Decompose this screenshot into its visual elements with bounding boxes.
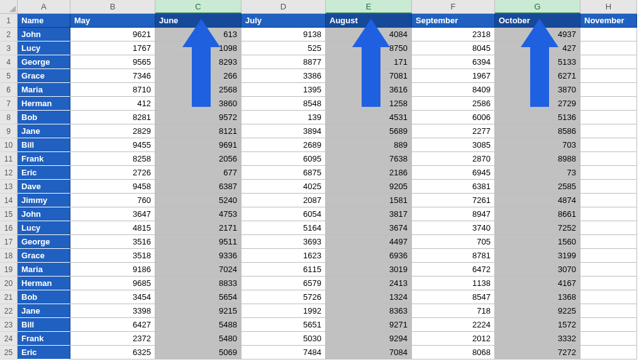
row-header-19[interactable]: 19 xyxy=(0,263,18,277)
data-cell[interactable]: 2277 xyxy=(412,124,495,138)
empty-cell[interactable] xyxy=(580,28,637,41)
data-cell[interactable]: 3454 xyxy=(70,290,155,304)
data-cell[interactable]: 6579 xyxy=(242,277,326,290)
data-cell[interactable]: 703 xyxy=(495,138,580,152)
data-cell[interactable]: 677 xyxy=(155,166,242,180)
data-cell[interactable]: 3070 xyxy=(495,263,580,277)
data-cell[interactable]: 4874 xyxy=(495,194,580,207)
data-cell[interactable]: 3386 xyxy=(242,69,326,83)
data-cell[interactable]: 9294 xyxy=(326,332,412,346)
col-header-F[interactable]: F xyxy=(412,0,495,14)
data-cell[interactable]: 3332 xyxy=(495,332,580,346)
data-cell[interactable]: 6945 xyxy=(412,166,495,180)
row-header-8[interactable]: 8 xyxy=(0,111,18,124)
row-header-7[interactable]: 7 xyxy=(0,97,18,111)
row-header-21[interactable]: 21 xyxy=(0,290,18,304)
empty-cell[interactable] xyxy=(580,69,637,83)
data-cell[interactable]: 4753 xyxy=(155,207,242,221)
data-cell[interactable]: 4025 xyxy=(242,180,326,194)
empty-cell[interactable] xyxy=(580,304,637,318)
data-cell[interactable]: 3199 xyxy=(495,249,580,263)
data-cell[interactable]: 2689 xyxy=(242,138,326,152)
data-cell[interactable]: 3894 xyxy=(242,124,326,138)
data-cell[interactable]: 8548 xyxy=(242,97,326,111)
row-header-10[interactable]: 10 xyxy=(0,138,18,152)
data-cell[interactable]: 8258 xyxy=(70,152,155,166)
data-cell[interactable]: 2012 xyxy=(412,332,495,346)
empty-cell[interactable] xyxy=(580,221,637,235)
col-header-G[interactable]: G xyxy=(495,0,580,14)
data-cell[interactable]: 4937 xyxy=(495,28,580,41)
empty-cell[interactable] xyxy=(580,249,637,263)
data-cell[interactable]: 5240 xyxy=(155,194,242,207)
data-cell[interactable]: 2171 xyxy=(155,221,242,235)
empty-cell[interactable] xyxy=(580,277,637,290)
data-cell[interactable]: 3518 xyxy=(70,249,155,263)
data-cell[interactable]: 525 xyxy=(242,41,326,55)
data-cell[interactable]: 1992 xyxy=(242,304,326,318)
data-cell[interactable]: 9215 xyxy=(155,304,242,318)
data-cell[interactable]: 613 xyxy=(155,28,242,41)
data-cell[interactable]: 8363 xyxy=(326,304,412,318)
empty-cell[interactable] xyxy=(580,152,637,166)
row-header-20[interactable]: 20 xyxy=(0,277,18,290)
col-header-B[interactable]: B xyxy=(70,0,155,14)
data-cell[interactable]: 9138 xyxy=(242,28,326,41)
empty-cell[interactable] xyxy=(580,138,637,152)
data-cell[interactable]: 9455 xyxy=(70,138,155,152)
data-cell[interactable]: 6115 xyxy=(242,263,326,277)
data-cell[interactable]: 6875 xyxy=(242,166,326,180)
data-cell[interactable]: 1572 xyxy=(495,318,580,332)
empty-cell[interactable] xyxy=(580,83,637,97)
data-cell[interactable]: 2568 xyxy=(155,83,242,97)
data-cell[interactable]: 7081 xyxy=(326,69,412,83)
empty-cell[interactable] xyxy=(580,346,637,359)
data-cell[interactable]: 9186 xyxy=(70,263,155,277)
data-cell[interactable]: 9511 xyxy=(155,235,242,249)
data-cell[interactable]: 5654 xyxy=(155,290,242,304)
row-header-9[interactable]: 9 xyxy=(0,124,18,138)
data-cell[interactable]: 9271 xyxy=(326,318,412,332)
row-header-25[interactable]: 25 xyxy=(0,346,18,359)
data-cell[interactable]: 8293 xyxy=(155,55,242,69)
data-cell[interactable]: 5164 xyxy=(242,221,326,235)
data-cell[interactable]: 6936 xyxy=(326,249,412,263)
row-header-6[interactable]: 6 xyxy=(0,83,18,97)
empty-cell[interactable] xyxy=(580,332,637,346)
data-cell[interactable]: 7084 xyxy=(326,346,412,359)
data-cell[interactable]: 3647 xyxy=(70,207,155,221)
empty-cell[interactable] xyxy=(580,180,637,194)
data-cell[interactable]: 1138 xyxy=(412,277,495,290)
data-cell[interactable]: 7261 xyxy=(412,194,495,207)
col-header-C[interactable]: C xyxy=(155,0,242,14)
data-cell[interactable]: 2870 xyxy=(412,152,495,166)
empty-cell[interactable] xyxy=(580,55,637,69)
data-cell[interactable]: 5133 xyxy=(495,55,580,69)
data-cell[interactable]: 8586 xyxy=(495,124,580,138)
col-header-D[interactable]: D xyxy=(242,0,326,14)
data-cell[interactable]: 3085 xyxy=(412,138,495,152)
data-cell[interactable]: 8833 xyxy=(155,277,242,290)
data-cell[interactable]: 266 xyxy=(155,69,242,83)
data-cell[interactable]: 1560 xyxy=(495,235,580,249)
data-cell[interactable]: 9572 xyxy=(155,111,242,124)
data-cell[interactable]: 5069 xyxy=(155,346,242,359)
data-cell[interactable]: 5651 xyxy=(242,318,326,332)
data-cell[interactable]: 5136 xyxy=(495,111,580,124)
data-cell[interactable]: 6394 xyxy=(412,55,495,69)
data-cell[interactable]: 8947 xyxy=(412,207,495,221)
data-cell[interactable]: 8281 xyxy=(70,111,155,124)
data-cell[interactable]: 1098 xyxy=(155,41,242,55)
col-header-E[interactable]: E xyxy=(326,0,412,14)
data-cell[interactable]: 2726 xyxy=(70,166,155,180)
data-cell[interactable]: 7638 xyxy=(326,152,412,166)
data-cell[interactable]: 6271 xyxy=(495,69,580,83)
row-header-13[interactable]: 13 xyxy=(0,180,18,194)
row-header-5[interactable]: 5 xyxy=(0,69,18,83)
data-cell[interactable]: 6325 xyxy=(70,346,155,359)
empty-cell[interactable] xyxy=(580,97,637,111)
data-cell[interactable]: 5030 xyxy=(242,332,326,346)
empty-cell[interactable] xyxy=(580,111,637,124)
data-cell[interactable]: 705 xyxy=(412,235,495,249)
row-header-16[interactable]: 16 xyxy=(0,221,18,235)
